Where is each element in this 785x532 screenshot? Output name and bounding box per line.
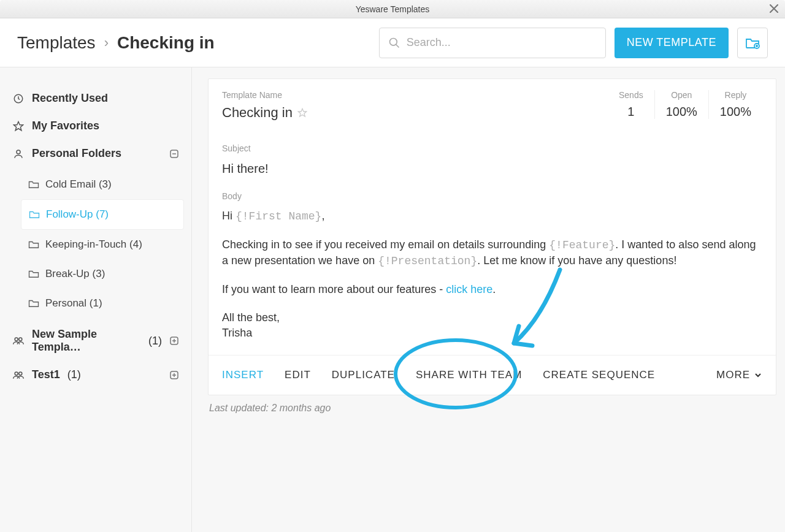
folder-icon bbox=[28, 298, 39, 308]
folder-cold-email[interactable]: Cold Email (3) bbox=[21, 170, 184, 199]
expand-icon[interactable] bbox=[169, 336, 179, 346]
breadcrumb: Templates › Checking in bbox=[17, 33, 215, 53]
token-presentation: {!Presentation} bbox=[378, 255, 477, 267]
folder-personal[interactable]: Personal (1) bbox=[21, 289, 184, 318]
content: Template Name Checking in Sends 1 Open bbox=[192, 67, 785, 532]
token-first-name: {!First Name} bbox=[236, 210, 321, 222]
stat-sends-label: Sends bbox=[619, 90, 643, 100]
edit-button[interactable]: EDIT bbox=[285, 369, 311, 381]
folder-icon bbox=[28, 269, 39, 279]
sidebar-team-new-sample[interactable]: New Sample Templa… (1) bbox=[7, 321, 184, 361]
svg-marker-18 bbox=[298, 108, 306, 116]
template-stats: Sends 1 Open 100% Reply 100% bbox=[608, 90, 762, 119]
svg-point-5 bbox=[17, 150, 20, 154]
svg-point-0 bbox=[389, 38, 397, 45]
template-name: Checking in bbox=[222, 105, 293, 121]
stat-sends-value: 1 bbox=[619, 105, 643, 119]
action-bar: INSERT EDIT DUPLICATE SHARE WITH TEAM CR… bbox=[209, 355, 776, 395]
stat-reply-label: Reply bbox=[720, 90, 751, 100]
template-name-label: Template Name bbox=[222, 90, 608, 100]
sidebar: Recently Used My Favorites Personal Fold… bbox=[0, 67, 192, 532]
search-input[interactable] bbox=[407, 36, 597, 49]
header: Templates › Checking in NEW TEMPLATE bbox=[0, 18, 785, 67]
team-icon bbox=[12, 336, 25, 346]
create-sequence-button[interactable]: CREATE SEQUENCE bbox=[543, 369, 655, 381]
close-button[interactable] bbox=[767, 1, 781, 16]
svg-line-1 bbox=[396, 44, 399, 47]
stat-reply-value: 100% bbox=[720, 105, 751, 119]
folder-icon bbox=[28, 240, 39, 249]
chevron-right-icon: › bbox=[104, 35, 109, 51]
person-icon bbox=[12, 148, 25, 159]
sidebar-team-test1[interactable]: Test1 (1) bbox=[7, 361, 184, 389]
folder-keeping-in-touch[interactable]: Keeping-in-Touch (4) bbox=[21, 230, 184, 259]
folder-icon bbox=[29, 210, 40, 219]
close-icon bbox=[770, 4, 778, 13]
svg-point-8 bbox=[15, 338, 18, 341]
search-box[interactable] bbox=[379, 28, 606, 58]
star-icon bbox=[12, 121, 25, 132]
sidebar-my-favorites[interactable]: My Favorites bbox=[7, 112, 184, 140]
sidebar-personal-folders[interactable]: Personal Folders bbox=[7, 140, 184, 167]
breadcrumb-current: Checking in bbox=[117, 33, 215, 53]
last-updated: Last updated: 2 months ago bbox=[208, 403, 776, 414]
body-label: Body bbox=[222, 191, 762, 203]
search-icon bbox=[388, 36, 400, 50]
folder-follow-up[interactable]: Follow-Up (7) bbox=[21, 199, 184, 230]
breadcrumb-root[interactable]: Templates bbox=[17, 33, 96, 53]
folder-break-up[interactable]: Break-Up (3) bbox=[21, 259, 184, 289]
svg-marker-4 bbox=[14, 121, 23, 130]
more-button[interactable]: MORE bbox=[716, 369, 762, 381]
template-card: Template Name Checking in Sends 1 Open bbox=[208, 78, 776, 395]
clock-icon bbox=[12, 93, 25, 104]
window-title: Yesware Templates bbox=[356, 4, 430, 14]
favorite-star-icon[interactable] bbox=[297, 108, 307, 118]
svg-point-9 bbox=[19, 338, 22, 341]
insert-button[interactable]: INSERT bbox=[222, 369, 264, 381]
click-here-link[interactable]: click here bbox=[446, 283, 492, 295]
token-feature: {!Feature} bbox=[549, 239, 615, 251]
expand-icon[interactable] bbox=[169, 370, 179, 380]
new-template-button[interactable]: NEW TEMPLATE bbox=[615, 28, 729, 58]
folder-add-icon bbox=[745, 36, 760, 50]
svg-point-13 bbox=[15, 372, 18, 375]
share-with-team-button[interactable]: SHARE WITH TEAM bbox=[416, 369, 522, 381]
stat-open-label: Open bbox=[666, 90, 697, 100]
window-titlebar: Yesware Templates bbox=[0, 0, 785, 18]
folder-icon bbox=[28, 180, 39, 189]
team-icon bbox=[12, 370, 25, 380]
folder-list: Cold Email (3) Follow-Up (7) Keeping-in-… bbox=[7, 170, 184, 318]
new-folder-button[interactable] bbox=[737, 28, 768, 58]
collapse-icon[interactable] bbox=[169, 149, 179, 159]
body-content: Hi {!First Name}, Checking in to see if … bbox=[222, 208, 762, 340]
subject-text: Hi there! bbox=[222, 160, 762, 177]
stat-open-value: 100% bbox=[666, 105, 697, 119]
duplicate-button[interactable]: DUPLICATE bbox=[332, 369, 395, 381]
svg-point-14 bbox=[19, 372, 22, 375]
chevron-down-icon bbox=[754, 371, 762, 379]
sidebar-recently-used[interactable]: Recently Used bbox=[7, 85, 184, 112]
subject-label: Subject bbox=[222, 143, 762, 155]
